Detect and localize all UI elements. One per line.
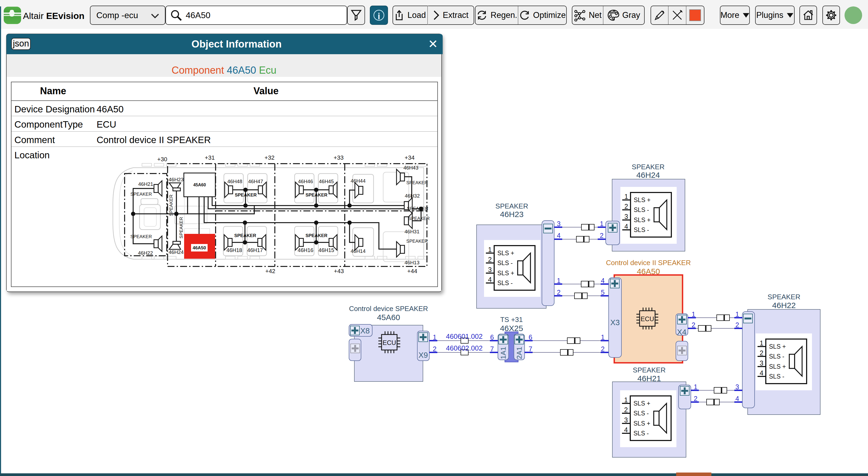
svg-text:Control device II SPEAKER: Control device II SPEAKER <box>606 259 691 267</box>
svg-text:SPEAKER: SPEAKER <box>496 202 528 210</box>
svg-text:SPEAKER: SPEAKER <box>168 195 174 216</box>
svg-text:ECU: ECU <box>641 315 654 323</box>
svg-text:+31: +31 <box>205 154 215 161</box>
svg-text:+32: +32 <box>265 154 274 161</box>
svg-text:SLS +: SLS + <box>634 197 651 203</box>
svg-text:X4: X4 <box>677 328 686 336</box>
svg-text:46H21: 46H21 <box>138 181 153 187</box>
svg-text:1: 1 <box>694 383 698 391</box>
svg-text:46H22: 46H22 <box>772 301 796 310</box>
svg-text:4: 4 <box>760 369 764 377</box>
svg-text:46H17: 46H17 <box>247 247 263 253</box>
svg-text:SLS +: SLS + <box>633 400 650 407</box>
svg-text:2: 2 <box>600 232 603 239</box>
svg-text:SPEAKER: SPEAKER <box>235 192 257 198</box>
svg-text:SLS +: SLS + <box>497 249 514 257</box>
svg-text:2: 2 <box>557 289 561 296</box>
svg-text:SPEAKER: SPEAKER <box>406 239 428 244</box>
svg-text:460602.002: 460602.002 <box>446 344 483 352</box>
svg-text:TS +31: TS +31 <box>500 316 523 324</box>
svg-text:+42: +42 <box>265 268 275 274</box>
svg-text:6: 6 <box>529 333 532 341</box>
svg-text:3: 3 <box>760 359 764 367</box>
svg-text:46H16: 46H16 <box>298 247 313 253</box>
svg-text:2A1: 2A1 <box>515 347 523 359</box>
svg-text:46H18: 46H18 <box>226 247 242 253</box>
svg-text:SLS -: SLS - <box>634 206 649 213</box>
svg-text:SPEAKER: SPEAKER <box>632 163 665 171</box>
svg-text:SLS -: SLS - <box>769 353 784 360</box>
svg-text:X8: X8 <box>360 327 370 335</box>
svg-text:X9: X9 <box>418 351 428 359</box>
svg-text:+44: +44 <box>407 268 417 274</box>
svg-text:7: 7 <box>529 345 532 353</box>
svg-text:SLS -: SLS - <box>497 279 513 287</box>
svg-text:4: 4 <box>488 276 492 283</box>
svg-text:SPEAKER: SPEAKER <box>306 233 328 238</box>
svg-text:6: 6 <box>490 333 494 341</box>
svg-text:SPEAKER: SPEAKER <box>179 217 184 238</box>
svg-text:1: 1 <box>624 396 628 404</box>
svg-text:2: 2 <box>601 345 604 353</box>
svg-text:3: 3 <box>624 416 628 424</box>
svg-text:1: 1 <box>692 310 695 318</box>
svg-text:4: 4 <box>601 277 604 284</box>
svg-text:SLS +: SLS + <box>633 420 650 427</box>
svg-text:4: 4 <box>735 395 739 402</box>
svg-text:46H45: 46H45 <box>319 179 334 184</box>
svg-text:X3: X3 <box>610 318 620 327</box>
svg-text:+34: +34 <box>404 154 414 161</box>
svg-text:2: 2 <box>735 321 739 329</box>
svg-text:46H15: 46H15 <box>319 247 334 253</box>
svg-text:46H46: 46H46 <box>298 179 313 184</box>
svg-text:SPEAKER: SPEAKER <box>234 233 256 238</box>
svg-text:4: 4 <box>624 426 628 434</box>
svg-text:46H32: 46H32 <box>405 193 420 199</box>
svg-text:1: 1 <box>557 277 561 284</box>
svg-text:SLS +: SLS + <box>634 216 651 224</box>
svg-text:45A60: 45A60 <box>193 183 206 187</box>
svg-text:46H31: 46H31 <box>404 229 420 234</box>
svg-text:3: 3 <box>624 213 628 220</box>
svg-text:SLS +: SLS + <box>769 363 786 370</box>
svg-text:1: 1 <box>488 246 492 254</box>
svg-text:i: i <box>378 11 380 21</box>
svg-text:46H23: 46H23 <box>168 177 184 182</box>
svg-text:SPEAKER: SPEAKER <box>768 293 801 301</box>
svg-text:1: 1 <box>433 333 437 341</box>
svg-text:5: 5 <box>601 289 604 296</box>
svg-text:46H24: 46H24 <box>637 171 660 179</box>
svg-text:4: 4 <box>624 222 628 230</box>
svg-text:SLS -: SLS - <box>633 430 649 437</box>
svg-text:1: 1 <box>624 193 628 200</box>
svg-text:1A1: 1A1 <box>499 347 507 359</box>
svg-text:46H48: 46H48 <box>227 179 242 184</box>
svg-text:46H14: 46H14 <box>351 248 366 254</box>
svg-text:SPEAKER: SPEAKER <box>130 192 152 197</box>
svg-text:2: 2 <box>624 406 628 414</box>
svg-text:46H13: 46H13 <box>404 260 420 265</box>
svg-text:46H43: 46H43 <box>403 165 418 171</box>
svg-text:4: 4 <box>557 232 561 239</box>
svg-text:SLS -: SLS - <box>497 260 513 266</box>
svg-text:3: 3 <box>488 266 492 273</box>
svg-text:2: 2 <box>624 203 628 210</box>
svg-text:SPEAKER: SPEAKER <box>406 180 428 185</box>
svg-text:+30: +30 <box>157 156 167 162</box>
svg-text:1: 1 <box>735 310 739 318</box>
svg-text:46H47: 46H47 <box>248 179 263 184</box>
svg-text:1: 1 <box>601 333 604 341</box>
svg-text:SPEAKER: SPEAKER <box>408 216 430 221</box>
svg-text:SLS -: SLS - <box>634 227 649 233</box>
svg-text:2: 2 <box>694 395 698 402</box>
svg-text:46H24: 46H24 <box>168 249 184 255</box>
svg-text:1: 1 <box>760 339 764 347</box>
svg-text:3: 3 <box>557 220 561 228</box>
svg-text:2: 2 <box>692 321 695 329</box>
svg-text:SPEAKER: SPEAKER <box>407 206 428 211</box>
svg-text:SPEAKER: SPEAKER <box>130 234 152 239</box>
svg-text:46H44: 46H44 <box>351 178 366 184</box>
svg-text:46A50: 46A50 <box>193 245 206 250</box>
svg-text:460601.002: 460601.002 <box>446 332 483 340</box>
svg-text:+33: +33 <box>334 154 343 161</box>
